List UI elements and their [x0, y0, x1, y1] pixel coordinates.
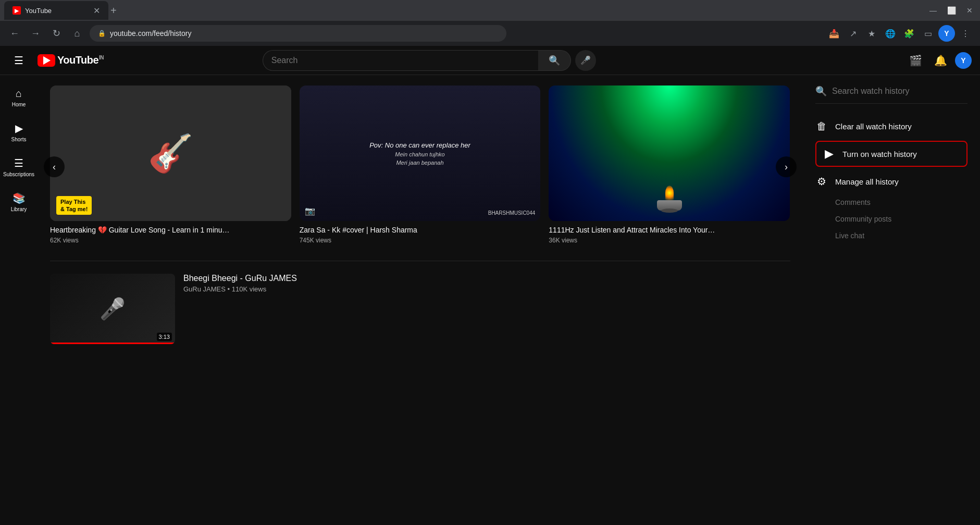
- refresh-button[interactable]: ↻: [48, 25, 65, 42]
- search-watch-history[interactable]: 🔍: [815, 86, 967, 104]
- video-meta-3: 36K views: [549, 237, 790, 244]
- sidebar-item-shorts-label: Shorts: [11, 137, 27, 142]
- youtube-header: ☰ YouTubeIN 🔍 🎤 🎬 🔔 Y: [0, 46, 980, 75]
- browser-chrome: ▶ YouTube ✕ + — ⬜ ✕ ← → ↻ ⌂ 🔒 youtube.co…: [0, 0, 980, 46]
- video-thumb-2: Pov: No one can ever replace her Mein ch…: [300, 86, 541, 221]
- instagram-icon: 📷: [305, 206, 315, 216]
- bheegi-channel: GuRu JAMES: [183, 285, 226, 293]
- manage-all-history-action[interactable]: ⚙ Manage all history: [815, 169, 967, 194]
- browser-profile-avatar[interactable]: Y: [938, 25, 955, 42]
- bheegi-title: Bheegi Bheegi - GuRu JAMES: [183, 274, 790, 283]
- search-input[interactable]: [263, 50, 538, 71]
- share-icon[interactable]: ↗: [845, 25, 861, 42]
- flame: [665, 186, 674, 200]
- window-close-button[interactable]: ✕: [963, 5, 976, 16]
- window-maximize-button[interactable]: ⬜: [944, 5, 959, 16]
- play-circle-icon: ▶: [823, 147, 835, 161]
- home-icon: ⌂: [16, 88, 22, 100]
- sidebar-toggle-icon[interactable]: ▭: [920, 25, 936, 42]
- bowl-base: [661, 209, 678, 213]
- bookmark-icon[interactable]: ★: [863, 25, 880, 42]
- search-bar: 🔍 🎤: [263, 50, 596, 71]
- singing-text-main: Pov: No one can ever replace her: [369, 141, 470, 149]
- window-minimize-button[interactable]: —: [926, 5, 940, 16]
- video-card-1[interactable]: 🎸 Play This& Tag me! Heartbreaking 💔 Gui…: [50, 86, 291, 248]
- search-button[interactable]: 🔍: [538, 50, 571, 71]
- youtube-play-icon: [43, 56, 51, 65]
- community-posts-link[interactable]: Community posts: [815, 211, 967, 227]
- tab-bar: ▶ YouTube ✕ + — ⬜ ✕: [0, 0, 980, 21]
- tab-close-button[interactable]: ✕: [93, 6, 100, 16]
- bheegi-thumbnail: 🎤 3:13: [50, 274, 175, 344]
- youtube-logo-icon: [38, 54, 55, 67]
- tab-title: YouTube: [25, 7, 89, 15]
- sidebar-item-subscriptions-label: Subscriptions: [3, 172, 34, 177]
- video-title-2: Zara Sa - Kk #cover | Harsh Sharma: [300, 225, 541, 235]
- bheegi-info: Bheegi Bheegi - GuRu JAMES GuRu JAMES • …: [183, 274, 790, 344]
- youtube-logo-text: YouTubeIN: [57, 54, 104, 66]
- back-button[interactable]: ←: [6, 25, 23, 42]
- library-icon: 📚: [13, 192, 26, 204]
- video-thumb-1: 🎸 Play This& Tag me!: [50, 86, 291, 221]
- clear-watch-history-action[interactable]: 🗑 Clear all watch history: [815, 114, 967, 139]
- download-icon[interactable]: 📥: [826, 25, 842, 42]
- browser-toolbar: 📥 ↗ ★ 🌐 🧩 ▭ Y ⋮: [826, 25, 974, 42]
- youtube-body: ⌂ Home ▶ Shorts ☰ Subscriptions 📚 Librar…: [0, 75, 980, 525]
- right-sidebar: 🔍 🗑 Clear all watch history ▶ Turn on wa…: [803, 75, 980, 525]
- url-display: youtube.com/feed/history: [110, 29, 498, 38]
- translate-icon[interactable]: 🌐: [882, 25, 899, 42]
- video-meta-1: 62K views: [50, 237, 291, 244]
- carousel-prev-button[interactable]: ‹: [44, 156, 65, 177]
- video-duration: 3:13: [157, 333, 172, 341]
- forward-button[interactable]: →: [27, 25, 44, 42]
- sidebar-item-library[interactable]: 📚 Library: [0, 186, 38, 218]
- extensions-icon[interactable]: 🧩: [901, 25, 917, 42]
- sidebar-item-home-label: Home: [12, 102, 26, 107]
- video-list-item-bheegi[interactable]: 🎤 3:13 Bheegi Bheegi - GuRu JAMES GuRu J…: [50, 270, 790, 348]
- manage-history-label: Manage all history: [835, 177, 899, 186]
- aurora-thumbnail: [549, 86, 790, 221]
- live-chat-link[interactable]: Live chat: [815, 227, 967, 244]
- sidebar-item-library-label: Library: [11, 206, 27, 212]
- video-meta-2: 745K views: [300, 237, 541, 244]
- main-content: ‹ 🎸 Play This& Tag me! Heartbreaking 💔 G…: [38, 75, 803, 525]
- sidebar: ⌂ Home ▶ Shorts ☰ Subscriptions 📚 Librar…: [0, 75, 38, 525]
- tab-favicon: ▶: [13, 6, 21, 15]
- carousel-track: 🎸 Play This& Tag me! Heartbreaking 💔 Gui…: [50, 86, 790, 248]
- browser-menu-icon[interactable]: ⋮: [957, 25, 974, 42]
- address-input[interactable]: 🔒 youtube.com/feed/history: [90, 25, 506, 42]
- carousel-next-button[interactable]: ›: [776, 156, 797, 177]
- progress-bar: [50, 343, 175, 344]
- play-tag: Play This& Tag me!: [56, 196, 92, 215]
- trash-icon: 🗑: [815, 120, 828, 132]
- youtube-logo[interactable]: YouTubeIN: [38, 54, 104, 67]
- singing-thumbnail: Pov: No one can ever replace her Mein ch…: [300, 86, 541, 221]
- account-avatar[interactable]: Y: [955, 52, 972, 69]
- new-tab-button[interactable]: +: [110, 5, 117, 17]
- bheegi-meta: GuRu JAMES • 110K views: [183, 285, 790, 293]
- video-info-1: Heartbreaking 💔 Guitar Love Song - Learn…: [50, 221, 291, 248]
- notifications-button[interactable]: 🔔: [930, 50, 951, 71]
- video-card-2[interactable]: Pov: No one can ever replace her Mein ch…: [300, 86, 541, 248]
- active-tab[interactable]: ▶ YouTube ✕: [4, 1, 108, 20]
- address-bar-row: ← → ↻ ⌂ 🔒 youtube.com/feed/history 📥 ↗ ★…: [0, 21, 980, 46]
- clear-history-label: Clear all watch history: [835, 122, 912, 131]
- subscriptions-icon: ☰: [14, 157, 23, 169]
- video-info-2: Zara Sa - Kk #cover | Harsh Sharma 745K …: [300, 221, 541, 248]
- create-button[interactable]: 🎬: [905, 50, 926, 71]
- turn-on-history-label: Turn on watch history: [842, 150, 917, 158]
- bheegi-views: 110K views: [232, 285, 266, 293]
- sidebar-item-shorts[interactable]: ▶ Shorts: [0, 116, 38, 149]
- mic-button[interactable]: 🎤: [575, 50, 596, 71]
- home-button[interactable]: ⌂: [69, 25, 85, 42]
- channel-label: BHARSHMUSIC044: [488, 210, 536, 216]
- video-info-3: 1111Hz Just Listen and Attract Miracles …: [549, 221, 790, 248]
- search-history-input[interactable]: [832, 87, 967, 96]
- comments-link[interactable]: Comments: [815, 194, 967, 211]
- sidebar-item-subscriptions[interactable]: ☰ Subscriptions: [0, 151, 38, 184]
- video-card-3[interactable]: 1111Hz Just Listen and Attract Miracles …: [549, 86, 790, 248]
- menu-button[interactable]: ☰: [8, 50, 29, 71]
- turn-on-watch-history-action[interactable]: ▶ Turn on watch history: [815, 141, 967, 167]
- gear-icon: ⚙: [815, 175, 828, 188]
- sidebar-item-home[interactable]: ⌂ Home: [0, 81, 38, 114]
